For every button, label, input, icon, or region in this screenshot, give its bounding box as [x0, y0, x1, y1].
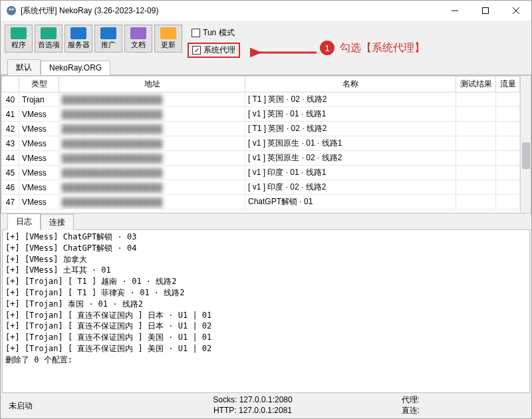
toolbar-button[interactable]: 更新: [154, 25, 182, 53]
toolbar-icon: [100, 27, 116, 39]
checkbox-icon: [192, 29, 200, 37]
titlebar: [系统代理] NekoRay (3.26-2023-12-09): [1, 1, 531, 21]
tab[interactable]: NekoRay.ORG: [41, 61, 110, 75]
checkbox-icon: ✓: [192, 46, 201, 55]
table-row[interactable]: 43VMess████████████████[ v1 ] 英国原生 · 01 …: [2, 136, 520, 151]
tab[interactable]: 日志: [7, 213, 41, 230]
svg-point-0: [7, 6, 16, 15]
toolbar-icon: [160, 27, 176, 39]
toolbar-icon: [41, 27, 57, 39]
annotation: 1 勾选【系统代理】: [320, 41, 425, 55]
col-name[interactable]: 名称: [245, 76, 456, 92]
toolbar-button[interactable]: 服务器: [65, 25, 92, 53]
svg-point-2: [12, 9, 14, 11]
table-row[interactable]: 46VMess████████████████[ v1 ] 印度 · 02 · …: [2, 180, 520, 195]
log-tabs: 日志连接: [1, 213, 531, 229]
status-state: 未启动: [9, 400, 131, 412]
toolbar-button[interactable]: 推广: [94, 25, 122, 53]
server-tabs: 默认NekoRay.ORG: [1, 59, 531, 75]
app-icon: [6, 5, 17, 16]
toolbar-icon: [130, 27, 146, 39]
table-row[interactable]: 40Trojan████████████████[ T1 ] 英国 · 02 ·…: [2, 92, 520, 107]
tun-mode-checkbox[interactable]: Tun 模式: [188, 26, 240, 40]
table-row[interactable]: 47VMess████████████████ChatGPT解锁 · 01: [2, 195, 520, 210]
scrollbar[interactable]: [520, 76, 531, 213]
toolbar-button[interactable]: 文档: [124, 25, 152, 53]
status-traffic: 代理:直连:: [375, 395, 524, 416]
svg-rect-4: [483, 8, 489, 14]
close-button[interactable]: [501, 1, 531, 21]
app-window: [系统代理] NekoRay (3.26-2023-12-09) 程序首选项服务…: [0, 0, 532, 419]
tab[interactable]: 连接: [41, 214, 74, 230]
window-title: [系统代理] NekoRay (3.26-2023-12-09): [21, 5, 158, 17]
server-table: 类型 地址 名称 测试结果 流量 40Trojan███████████████…: [1, 75, 531, 213]
status-ports: Socks: 127.0.0.1:2080HTTP: 127.0.0.1:208…: [131, 395, 375, 416]
toolbar-icon: [70, 27, 86, 39]
toolbar-icon: [11, 27, 27, 39]
col-type[interactable]: 类型: [19, 76, 59, 92]
col-traffic[interactable]: 流量: [496, 76, 520, 92]
scrollbar-thumb[interactable]: [522, 142, 530, 169]
annotation-text: 勾选【系统代理】: [340, 41, 425, 55]
maximize-button[interactable]: [470, 1, 501, 21]
col-addr[interactable]: 地址: [59, 76, 245, 92]
statusbar: 未启动 Socks: 127.0.0.1:2080HTTP: 127.0.0.1…: [1, 393, 531, 418]
annotation-arrow-icon: [250, 47, 323, 59]
table-row[interactable]: 42VMess████████████████[ T1 ] 英国 · 02 · …: [2, 122, 520, 136]
toolbar-button[interactable]: 程序: [5, 25, 33, 53]
tab[interactable]: 默认: [7, 59, 41, 75]
toolbar-button[interactable]: 首选项: [35, 25, 63, 53]
minimize-button[interactable]: [440, 1, 470, 21]
col-test[interactable]: 测试结果: [456, 76, 496, 92]
table-row[interactable]: 44VMess████████████████[ v1 ] 英国原生 · 02 …: [2, 151, 520, 166]
log-output[interactable]: [+] [VMess] ChatGPT解锁 · 03 [+] [VMess] C…: [2, 229, 530, 393]
system-proxy-checkbox[interactable]: ✓ 系统代理: [188, 43, 240, 58]
table-row[interactable]: 41VMess████████████████[ v1 ] 英国 · 01 · …: [2, 107, 520, 122]
annotation-badge: 1: [320, 41, 334, 55]
svg-point-1: [9, 9, 11, 11]
table-row[interactable]: 45VMess████████████████[ v1 ] 印度 · 01 · …: [2, 166, 520, 180]
